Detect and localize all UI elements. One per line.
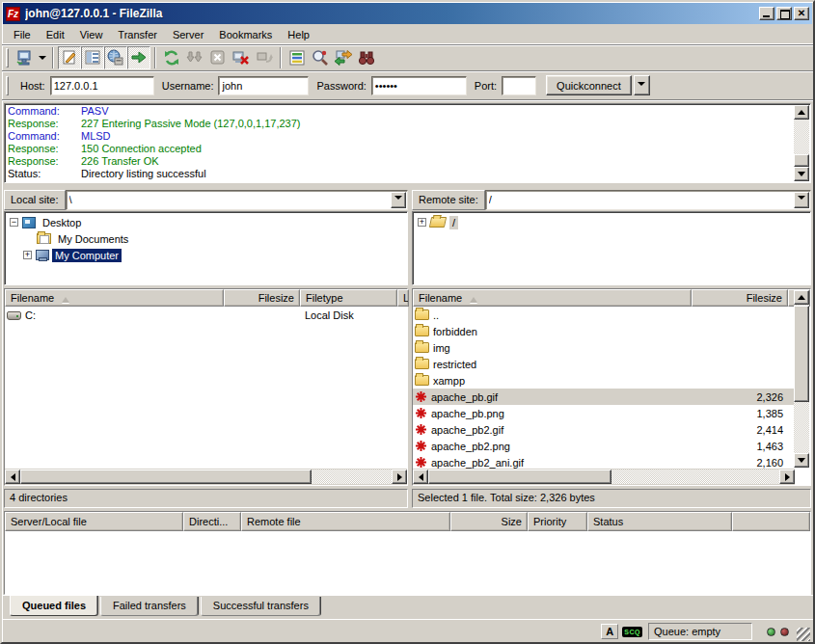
remote-site-dropdown[interactable] bbox=[794, 192, 809, 208]
toggle-local-tree-button[interactable] bbox=[81, 46, 104, 69]
process-queue-button[interactable] bbox=[183, 46, 206, 69]
column-header-filetype[interactable]: Filetype bbox=[300, 289, 397, 307]
port-label: Port: bbox=[475, 80, 497, 92]
cancel-operation-button[interactable] bbox=[206, 46, 230, 69]
file-row-selected[interactable]: apache_pb.gif 2,326 bbox=[413, 389, 795, 405]
image-file-icon bbox=[415, 390, 427, 403]
resize-grip[interactable] bbox=[797, 628, 810, 641]
tree-item-my-documents[interactable]: My Documents bbox=[7, 230, 405, 247]
column-header-filename[interactable]: Filename bbox=[5, 289, 224, 307]
port-input[interactable] bbox=[502, 76, 536, 95]
toggle-remote-tree-button[interactable] bbox=[104, 46, 127, 69]
scrollbar-thumb[interactable] bbox=[794, 154, 809, 167]
site-manager-dropdown[interactable] bbox=[36, 46, 48, 69]
tab-successful-transfers[interactable]: Successful transfers bbox=[201, 597, 321, 616]
column-header-size[interactable]: Size bbox=[450, 512, 528, 531]
tree-item-root[interactable]: / bbox=[415, 214, 808, 230]
local-file-row-c-drive[interactable]: C: Local Disk bbox=[5, 307, 407, 323]
column-header-filename[interactable]: Filename bbox=[413, 289, 692, 307]
menu-edit[interactable]: Edit bbox=[39, 27, 72, 42]
quickconnect-button[interactable]: Quickconnect bbox=[546, 75, 632, 95]
remote-vertical-scrollbar[interactable] bbox=[794, 290, 809, 468]
scrollbar-thumb[interactable] bbox=[794, 306, 809, 402]
scroll-down-button[interactable] bbox=[794, 167, 809, 181]
host-input[interactable] bbox=[50, 76, 154, 95]
file-row[interactable]: apache_pb.png 1,385 bbox=[413, 405, 795, 421]
tab-failed-transfers[interactable]: Failed transfers bbox=[100, 597, 199, 616]
toggle-message-log-button[interactable] bbox=[58, 46, 81, 69]
collapse-icon[interactable] bbox=[10, 218, 18, 227]
menu-bookmarks[interactable]: Bookmarks bbox=[211, 27, 280, 42]
column-header-priority[interactable]: Priority bbox=[528, 512, 587, 531]
quickconnect-grip[interactable] bbox=[6, 76, 9, 95]
refresh-button[interactable] bbox=[160, 46, 183, 69]
synchronized-browsing-button[interactable] bbox=[332, 46, 355, 69]
menu-file[interactable]: File bbox=[6, 27, 39, 42]
tree-item-desktop[interactable]: Desktop bbox=[7, 214, 405, 230]
main-panes: Local site: Desktop My Documents bbox=[4, 189, 811, 508]
filezilla-logo-icon: Fz bbox=[6, 7, 20, 21]
scrollbar-thumb[interactable] bbox=[428, 470, 611, 484]
menu-help[interactable]: Help bbox=[280, 27, 317, 42]
quickconnect-dropdown[interactable] bbox=[634, 75, 650, 95]
file-row[interactable]: forbidden bbox=[413, 323, 795, 339]
scroll-left-button[interactable] bbox=[413, 470, 428, 484]
local-list-body: C: Local Disk bbox=[5, 307, 407, 469]
find-files-button[interactable] bbox=[355, 46, 378, 69]
file-row[interactable]: apache_pb2.gif 2,414 bbox=[413, 421, 795, 438]
disconnect-button[interactable] bbox=[230, 46, 253, 69]
scroll-up-button[interactable] bbox=[794, 105, 809, 120]
scroll-up-button[interactable] bbox=[794, 290, 809, 305]
column-header-status[interactable]: Status bbox=[587, 512, 732, 531]
local-site-dropdown[interactable] bbox=[391, 192, 406, 208]
synchronized-browsing-icon bbox=[334, 48, 353, 67]
log-vertical-scrollbar[interactable] bbox=[794, 105, 809, 181]
reconnect-button[interactable] bbox=[253, 46, 276, 69]
tab-queued-files[interactable]: Queued files bbox=[10, 596, 98, 616]
remote-horizontal-scrollbar[interactable] bbox=[413, 469, 795, 485]
titlebar[interactable]: Fz john@127.0.0.1 - FileZilla bbox=[3, 3, 812, 24]
site-manager-button[interactable] bbox=[13, 46, 36, 69]
scroll-right-button[interactable] bbox=[392, 470, 407, 484]
column-header-remote-file[interactable]: Remote file bbox=[241, 512, 450, 531]
remote-site-combo[interactable] bbox=[485, 190, 811, 210]
cancel-icon bbox=[208, 48, 228, 67]
activity-led-red-icon bbox=[780, 628, 789, 636]
local-site-combo[interactable] bbox=[66, 190, 408, 210]
scroll-right-button[interactable] bbox=[779, 470, 795, 484]
file-row[interactable]: img bbox=[413, 339, 795, 356]
expand-icon[interactable] bbox=[418, 218, 426, 227]
scrollbar-thumb[interactable] bbox=[20, 470, 312, 484]
file-row[interactable]: apache_pb2.png 1,463 bbox=[413, 438, 795, 454]
menu-server[interactable]: Server bbox=[165, 27, 211, 42]
remote-site-input[interactable] bbox=[485, 190, 811, 210]
directory-listing-filters-button[interactable] bbox=[285, 46, 309, 69]
scroll-down-button[interactable] bbox=[794, 453, 809, 468]
minimize-button[interactable] bbox=[759, 7, 774, 20]
tree-item-my-computer[interactable]: My Computer bbox=[7, 247, 405, 263]
column-header-last-modified[interactable]: L bbox=[397, 289, 409, 307]
expand-icon[interactable] bbox=[23, 251, 32, 259]
maximize-button[interactable] bbox=[776, 7, 792, 20]
site-manager-icon bbox=[14, 48, 34, 67]
file-row[interactable]: restricted bbox=[413, 356, 795, 372]
username-input[interactable] bbox=[218, 76, 309, 95]
local-horizontal-scrollbar[interactable] bbox=[5, 469, 407, 485]
scroll-left-button[interactable] bbox=[5, 470, 20, 484]
file-row[interactable]: .. bbox=[413, 307, 795, 323]
menu-transfer[interactable]: Transfer bbox=[110, 27, 165, 42]
column-header-server-local-file[interactable]: Server/Local file bbox=[5, 512, 183, 531]
file-row[interactable]: apache_pb2_ani.gif 2,160 bbox=[413, 454, 795, 469]
directory-comparison-button[interactable] bbox=[309, 46, 332, 69]
toolbar-grip[interactable] bbox=[6, 48, 9, 67]
column-header-filesize[interactable]: Filesize bbox=[692, 289, 788, 307]
close-button[interactable] bbox=[794, 7, 809, 20]
local-site-input[interactable] bbox=[66, 190, 408, 210]
column-header-filesize[interactable]: Filesize bbox=[224, 289, 300, 307]
remote-list-header: Filename Filesize bbox=[413, 289, 810, 307]
toggle-transfer-queue-button[interactable] bbox=[127, 46, 150, 69]
file-row[interactable]: xampp bbox=[413, 372, 795, 389]
menu-view[interactable]: View bbox=[72, 27, 111, 42]
password-input[interactable] bbox=[371, 76, 467, 95]
column-header-direction[interactable]: Directi... bbox=[183, 512, 241, 531]
